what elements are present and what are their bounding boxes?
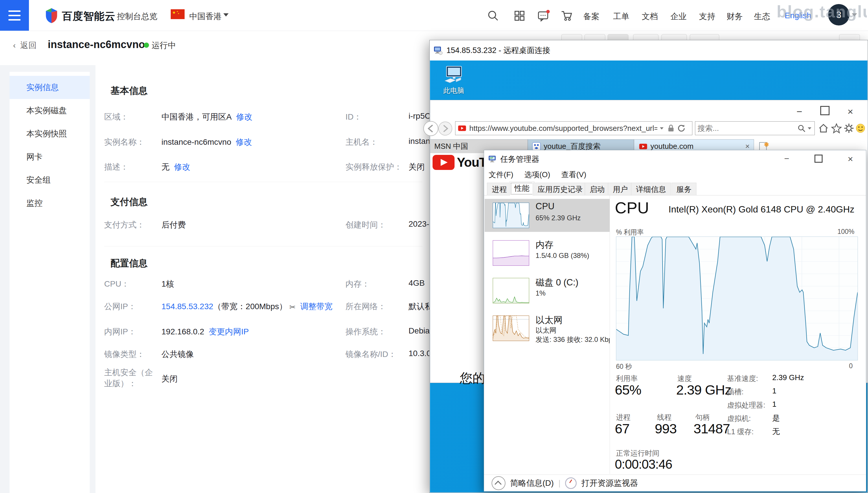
network-link[interactable]: 默认私 xyxy=(408,301,429,312)
modify-link[interactable]: 修改 xyxy=(174,163,191,171)
apps-grid-icon[interactable] xyxy=(513,9,526,22)
baidu-favicon xyxy=(532,142,541,151)
adjust-bandwidth-link[interactable]: 调整带宽 xyxy=(300,302,332,311)
sidebar-item-instance-info[interactable]: 实例信息 xyxy=(9,76,90,99)
back-label: 返回 xyxy=(20,41,37,50)
tab-startup[interactable]: 启动 xyxy=(585,183,609,195)
stat-label: 正常运行时间 xyxy=(616,448,660,458)
nav-item-caiwu[interactable]: 财务 xyxy=(727,11,743,22)
search-icon[interactable] xyxy=(487,9,499,22)
perf-item-disk[interactable]: 磁盘 0 (C:) 1% xyxy=(485,274,609,307)
favorites-star-icon[interactable] xyxy=(831,123,842,134)
taskman-title-bar[interactable]: 任务管理器 − × xyxy=(484,150,866,168)
console-overview-link[interactable]: 控制台总览 xyxy=(117,11,157,22)
stat-label: L1 缓存: xyxy=(727,427,754,436)
field-value: instan xyxy=(408,137,429,146)
open-resource-monitor-link[interactable]: 打开资源监视器 xyxy=(581,478,638,489)
search-box[interactable]: 搜索... xyxy=(695,121,815,135)
menu-view[interactable]: 查看(V) xyxy=(561,170,586,180)
taskman-footer: 简略信息(D) | 打开资源监视器 xyxy=(484,474,866,491)
field-label: 镜像类型： xyxy=(104,349,145,360)
desktop-icon-this-pc[interactable]: 此电脑 xyxy=(438,66,470,95)
sidebar-item-security-group[interactable]: 安全组 xyxy=(9,169,90,192)
cart-icon[interactable] xyxy=(560,9,573,22)
maximize-button[interactable] xyxy=(816,106,833,117)
menu-options[interactable]: 选项(O) xyxy=(524,170,550,180)
taskman-window-controls: − × xyxy=(778,154,859,165)
tab-close-icon[interactable]: × xyxy=(741,142,750,151)
sidebar-item-snapshots[interactable]: 本实例快照 xyxy=(9,122,90,145)
hamburger-menu-icon[interactable] xyxy=(0,0,29,31)
perf-item-memory[interactable]: 内存 1.5/4.0 GB (38%) xyxy=(485,237,609,270)
perf-sub: 65% 2.39 GHz xyxy=(536,214,581,222)
perf-sub: 1.5/4.0 GB (38%) xyxy=(536,252,589,260)
home-icon[interactable] xyxy=(818,123,829,134)
browser-window-controls: − × xyxy=(791,106,859,117)
rdp-title-bar[interactable]: 154.85.53.232 - 远程桌面连接 xyxy=(430,40,868,61)
maximize-button[interactable] xyxy=(810,154,827,165)
youtube-logo-icon xyxy=(432,155,454,170)
search-icon[interactable] xyxy=(797,124,806,133)
modify-link[interactable]: 修改 xyxy=(236,137,252,147)
url-dropdown-caret-icon[interactable] xyxy=(660,127,664,129)
nav-item-wendang[interactable]: 文档 xyxy=(642,11,658,22)
field-label: 实例释放保护： xyxy=(346,162,402,173)
field-value: instance-nc6mcvno xyxy=(161,137,231,147)
taskman-menu-bar: 文件(F) 选项(O) 查看(V) xyxy=(484,168,866,181)
region-caret-icon xyxy=(223,13,228,17)
region-selector[interactable]: 中国香港 xyxy=(189,11,222,22)
address-bar[interactable]: https://www.youtube.com/supported_browse… xyxy=(455,121,692,135)
nav-item-zhichi[interactable]: 支持 xyxy=(699,11,715,22)
nav-item-gongdan[interactable]: 工单 xyxy=(613,11,629,22)
minimize-button[interactable]: − xyxy=(791,106,808,117)
stat-value-base-speed: 2.39 GHz xyxy=(772,373,804,382)
modify-link[interactable]: 修改 xyxy=(236,112,252,121)
fewer-details-button[interactable]: 简略信息(D) xyxy=(510,478,554,489)
stat-value-handles: 31487 xyxy=(693,421,730,436)
stat-value-vcpus: 1 xyxy=(772,400,776,409)
stat-value-l1-cache: 无 xyxy=(772,426,780,436)
collapse-chevron-icon[interactable] xyxy=(492,476,506,490)
sidebar-item-nic[interactable]: 网卡 xyxy=(9,145,90,169)
close-button[interactable]: × xyxy=(842,106,859,117)
info-row: CPU： 1核 内存： 4GB xyxy=(104,278,429,290)
perf-item-cpu[interactable]: CPU 65% 2.39 GHz xyxy=(485,199,609,232)
nav-item-shengtai[interactable]: 生态 xyxy=(754,11,770,22)
stat-label: 虚拟机: xyxy=(727,414,751,423)
back-icon[interactable] xyxy=(423,121,439,137)
bandwidth-value: （带宽：200Mbps） xyxy=(213,302,287,311)
nav-item-beian[interactable]: 备案 xyxy=(583,11,600,22)
resource-monitor-icon xyxy=(565,477,577,489)
task-manager-icon xyxy=(488,155,497,164)
search-dropdown-caret-icon[interactable] xyxy=(808,127,811,129)
minimize-button[interactable]: − xyxy=(778,154,795,165)
field-label: 所在网络： xyxy=(346,301,386,312)
sidebar-item-monitoring[interactable]: 监控 xyxy=(9,192,90,215)
settings-gear-icon[interactable] xyxy=(843,123,854,134)
forward-icon[interactable] xyxy=(438,121,453,136)
tab-details[interactable]: 详细信息 xyxy=(631,183,671,195)
perf-item-ethernet[interactable]: 以太网 以太网 发送: 336 接收: 32.0 Kbps xyxy=(485,312,609,349)
sidebar-item-disks[interactable]: 本实例磁盘 xyxy=(9,99,90,122)
close-button[interactable]: × xyxy=(842,154,859,165)
nav-item-qiye[interactable]: 企业 xyxy=(670,11,687,22)
tab-app-history[interactable]: 应用历史记录 xyxy=(533,183,588,195)
refresh-icon[interactable] xyxy=(677,124,686,133)
message-icon[interactable] xyxy=(537,9,550,22)
change-private-ip-link[interactable]: 变更内网IP xyxy=(208,327,248,336)
tab-users[interactable]: 用户 xyxy=(608,183,633,195)
back-button[interactable]: ‹ 返回 xyxy=(13,40,37,51)
field-label: CPU： xyxy=(104,278,129,290)
public-ip-link[interactable]: 154.85.53.232 xyxy=(161,302,213,311)
menu-file[interactable]: 文件(F) xyxy=(489,170,513,180)
field-value: 中国香港，可用区A xyxy=(161,112,232,121)
feedback-smiley-icon[interactable] xyxy=(855,123,866,134)
url-text: https://www.youtube.com/supported_browse… xyxy=(469,124,658,133)
field-label: 镜像名称/ID： xyxy=(346,349,396,360)
tab-services[interactable]: 服务 xyxy=(671,183,696,195)
perf-name: 磁盘 0 (C:) xyxy=(536,276,578,288)
tab-processes[interactable]: 进程 xyxy=(487,183,512,195)
this-pc-icon xyxy=(442,66,465,85)
tab-performance[interactable]: 性能 xyxy=(510,181,534,196)
task-manager-window: 任务管理器 − × 文件(F) 选项(O) 查看(V) 进程 性能 应用历史记录… xyxy=(484,150,866,492)
